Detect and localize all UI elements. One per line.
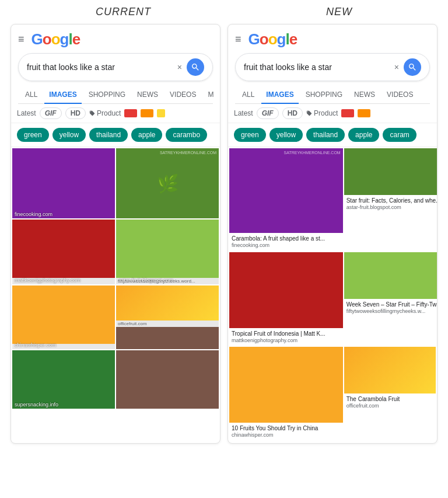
image-url-3-current: mattkoenigphotography.com xyxy=(15,277,80,283)
filter-latest-new[interactable]: Latest xyxy=(234,109,253,117)
label-current: CURRENT xyxy=(96,6,151,18)
image-url-4-current: astar-fruit.blogspot.com xyxy=(118,277,173,283)
new-caption-url-4: fiftytwoweeksofillingmycheeks.w... xyxy=(346,308,438,315)
tab-videos-new[interactable]: VIDEOS xyxy=(382,86,418,103)
new-caption-url-5: chinawhisper.com xyxy=(232,432,341,439)
new-caption-title-1: Carambola: A fruit shaped like a st... xyxy=(232,235,341,242)
filter-hd-new[interactable]: HD xyxy=(282,107,303,119)
chip-apple-new[interactable]: apple xyxy=(348,128,379,142)
current-search-bar[interactable]: fruit that looks like a star × xyxy=(18,53,213,81)
chip-yellow-current[interactable]: yellow xyxy=(52,128,86,142)
watermark-new-1: SATREYKHMERONLINE.COM xyxy=(284,151,341,155)
new-caption-5: 10 Fruits You Should Try in China chinaw… xyxy=(229,423,343,441)
new-caption-title-3: Tropical Fruit of Indonesia | Matt K... xyxy=(232,330,341,337)
new-caption-title-2: Star fruit: Facts, Calories, and whe... xyxy=(346,197,438,204)
filter-gif-current[interactable]: GIF xyxy=(40,107,62,119)
label-new: NEW xyxy=(326,6,352,18)
hamburger-icon[interactable]: ≡ xyxy=(18,33,24,46)
new-image-3-right: Week Seven – Star Fruit – Fifty-Tw... fi… xyxy=(344,252,438,346)
tab-shopping-new[interactable]: SHOPPING xyxy=(301,86,347,103)
image-url-1-current: finecooking.com xyxy=(15,211,52,217)
current-tag-chips: green yellow thailand apple carambo xyxy=(11,123,220,147)
new-search-bar[interactable]: fruit that looks like a star × xyxy=(235,53,430,81)
new-image-1-left[interactable]: SATREYKHMERONLINE.COM Carambola: A fruit… xyxy=(229,148,343,251)
new-caption-2: Star fruit: Facts, Calories, and whe... … xyxy=(344,195,438,213)
chip-thailand-new[interactable]: thailand xyxy=(306,128,345,142)
new-row-1: SATREYKHMERONLINE.COM Carambola: A fruit… xyxy=(229,148,436,251)
chip-green-new[interactable]: green xyxy=(234,128,266,142)
new-search-text: fruit that looks like a star xyxy=(244,62,394,72)
image-cell-4-current[interactable]: astar-fruit.blogspot.com fiftytwoweeksof… xyxy=(116,220,219,284)
filter-product-tag-new[interactable]: Product xyxy=(306,109,338,117)
color-red-swatch-current[interactable] xyxy=(124,109,137,117)
color-red-swatch-new[interactable] xyxy=(341,109,354,117)
new-caption-1: Carambola: A fruit shaped like a st... f… xyxy=(229,233,343,251)
image-cell-6-current[interactable]: officefruit.com xyxy=(116,285,219,349)
image-cell-8-current[interactable] xyxy=(116,350,219,409)
watermark-2-current: SATREYKHMERONLINE.COM xyxy=(160,151,216,155)
new-image-2[interactable]: Star fruit: Facts, Calories, and whe... … xyxy=(344,148,438,251)
image-cell-5-current[interactable]: chinawhisper.com xyxy=(12,285,115,349)
new-row-2: Tropical Fruit of Indonesia | Matt K... … xyxy=(229,252,436,346)
new-caption-url-1: finecooking.com xyxy=(232,242,341,249)
new-caption-6: The Carambola Fruit officefruit.com xyxy=(344,393,436,412)
hamburger-icon-new[interactable]: ≡ xyxy=(235,33,242,46)
tab-all-current[interactable]: ALL xyxy=(20,86,42,103)
tab-news-current[interactable]: NEWS xyxy=(132,86,163,103)
image-cell-1-current[interactable]: finecooking.com xyxy=(12,148,115,218)
filter-latest-current[interactable]: Latest xyxy=(17,109,36,117)
new-caption-title-4: Week Seven – Star Fruit – Fifty-Tw... xyxy=(346,301,438,308)
new-header: ≡ Google fruit that looks like a star × … xyxy=(228,25,437,104)
new-image-6[interactable]: The Carambola Fruit officefruit.com xyxy=(344,347,436,441)
color-orange-swatch-current[interactable] xyxy=(141,109,153,117)
new-tag-chips: green yellow thailand apple caram xyxy=(228,123,437,147)
tab-images-new[interactable]: IMAGES xyxy=(261,86,298,103)
current-menu-bar: ≡ Google xyxy=(18,30,213,48)
new-image-3-left[interactable]: Tropical Fruit of Indonesia | Matt K... … xyxy=(229,252,343,346)
new-search-clear[interactable]: × xyxy=(394,62,399,72)
new-menu-bar: ≡ Google xyxy=(235,30,430,48)
new-caption-url-3: mattkoenigphotography.com xyxy=(232,337,341,344)
current-search-clear[interactable]: × xyxy=(177,62,182,72)
tab-shopping-current[interactable]: SHOPPING xyxy=(84,86,130,103)
new-search-button[interactable] xyxy=(404,58,421,76)
new-caption-4: Week Seven – Star Fruit – Fifty-Tw... fi… xyxy=(344,299,438,317)
new-row-3: 10 Fruits You Should Try in China chinaw… xyxy=(229,347,436,441)
new-panel: ≡ Google fruit that looks like a star × … xyxy=(228,24,438,444)
current-search-text: fruit that looks like a star xyxy=(27,62,177,72)
image-url-7-current: supersnacking.info xyxy=(15,402,58,408)
new-image-1-right: Star fruit: Facts, Calories, and whe... … xyxy=(344,148,438,251)
image-cell-2-current[interactable]: 🌿 SATREYKHMERONLINE.COM xyxy=(116,148,219,218)
new-image-5-right: The Carambola Fruit officefruit.com xyxy=(344,347,436,441)
chip-carambo-current[interactable]: carambo xyxy=(166,128,207,142)
tab-all-new[interactable]: ALL xyxy=(237,86,259,103)
chip-yellow-new[interactable]: yellow xyxy=(270,128,303,142)
filter-product-label-current: Product xyxy=(97,109,121,117)
tab-videos-current[interactable]: VIDEOS xyxy=(165,86,201,103)
image-cell-3-current[interactable]: mattkoenigphotography.com xyxy=(12,220,115,284)
google-logo-new: Google xyxy=(249,30,298,48)
chip-thailand-current[interactable]: thailand xyxy=(89,128,128,142)
tab-images-current[interactable]: IMAGES xyxy=(44,86,81,103)
current-search-button[interactable] xyxy=(187,58,204,76)
chip-apple-current[interactable]: apple xyxy=(131,128,162,142)
current-filters-row: Latest GIF HD Product xyxy=(11,104,220,123)
color-yellow-swatch-current[interactable] xyxy=(157,109,165,117)
current-header: ≡ Google fruit that looks like a star × … xyxy=(11,25,220,104)
image-cell-7-current[interactable]: supersnacking.info xyxy=(12,350,115,409)
tab-more-current[interactable]: M xyxy=(203,86,218,103)
filter-gif-new[interactable]: GIF xyxy=(257,107,279,119)
new-image-5-left[interactable]: 10 Fruits You Should Try in China chinaw… xyxy=(229,347,343,441)
current-nav-tabs: ALL IMAGES SHOPPING NEWS VIDEOS M xyxy=(18,86,213,104)
color-orange-swatch-new[interactable] xyxy=(358,109,370,117)
chip-green-current[interactable]: green xyxy=(17,128,49,142)
filter-hd-current[interactable]: HD xyxy=(65,107,86,119)
new-filters-row: Latest GIF HD Product xyxy=(228,104,437,123)
new-caption-url-2: astar-fruit.blogspot.com xyxy=(346,204,438,211)
current-panel: ≡ Google fruit that looks like a star × … xyxy=(10,24,220,444)
chip-caram-new[interactable]: caram xyxy=(383,128,416,142)
filter-product-tag-current[interactable]: Product xyxy=(89,109,121,117)
new-image-4[interactable]: Week Seven – Star Fruit – Fifty-Tw... fi… xyxy=(344,252,438,346)
tab-news-new[interactable]: NEWS xyxy=(349,86,380,103)
new-caption-3: Tropical Fruit of Indonesia | Matt K... … xyxy=(229,328,343,346)
